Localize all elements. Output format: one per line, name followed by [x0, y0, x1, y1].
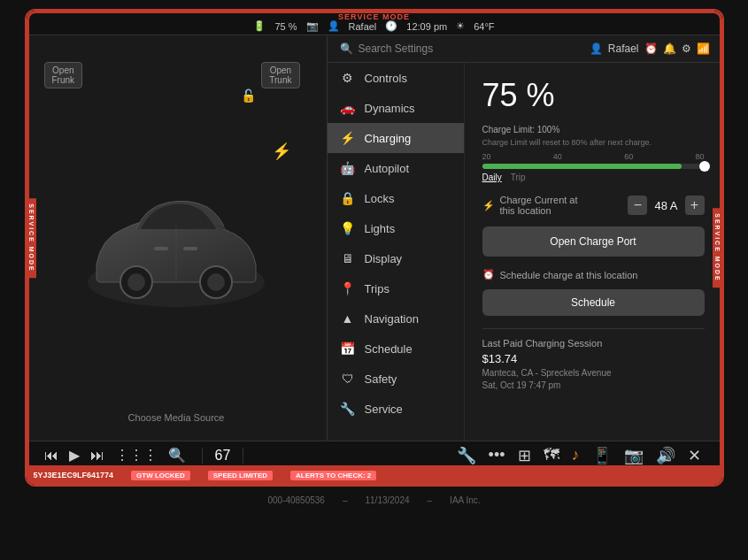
user-name-status: Rafael	[349, 21, 377, 32]
bottom-branding: 000-40850536 – 11/13/2024 – IAA Inc.	[0, 487, 748, 513]
nav-item-schedule[interactable]: 📅 Schedule	[328, 334, 464, 364]
nav-menu: ⚙ Controls 🚗 Dynamics ⚡ Charging 🤖	[328, 63, 465, 441]
grid-icon[interactable]: ⊞	[518, 446, 531, 465]
progress-label-40: 40	[553, 152, 562, 161]
nav-item-charging[interactable]: ⚡ Charging	[328, 123, 464, 153]
volume-icon[interactable]: 🔊	[656, 446, 675, 465]
nav-autopilot-label: Autopilot	[365, 162, 410, 175]
charging-nav-icon: ⚡	[340, 131, 356, 145]
nav-item-lights[interactable]: 💡 Lights	[328, 213, 464, 243]
schedule-row: ⏰ Schedule charge at this location	[482, 269, 705, 280]
play-button[interactable]: ▶	[69, 447, 80, 464]
dots-icon[interactable]: •••	[489, 446, 505, 464]
speed-limited-badge: SPEED LIMITED	[208, 471, 273, 480]
nav-item-locks[interactable]: 🔒 Locks	[328, 183, 464, 213]
charge-current-row: ⚡ Charge Current at this location − 48 A…	[482, 195, 705, 216]
car-panel-inner: OpenFrunk OpenTrunk 🔓 ⚡	[27, 35, 327, 441]
service-mode-left: SERVICE MODE	[27, 198, 36, 278]
progress-track[interactable]	[482, 164, 705, 169]
plus-icon: +	[690, 197, 698, 213]
branding-separator2: –	[428, 495, 433, 505]
sun-icon: ☀	[456, 20, 465, 32]
media-source-label[interactable]: Choose Media Source	[128, 412, 225, 423]
charge-current-right: − 48 A +	[628, 196, 704, 215]
screen: SERVICE MODE 🔋 75 % 📷 👤 Rafael 🕐 12:09 p…	[25, 9, 724, 487]
settings-icon[interactable]: ⚙	[682, 42, 691, 55]
close-icon[interactable]: ✕	[688, 446, 701, 465]
prev-track-button[interactable]: ⏮	[44, 448, 58, 464]
lock-icon: 🔓	[241, 88, 256, 103]
dynamics-icon: 🚗	[340, 101, 356, 115]
charge-current-icon: ⚡	[482, 200, 495, 211]
nav-trips-label: Trips	[365, 282, 389, 295]
gtw-locked-badge: GTW LOCKED	[131, 471, 190, 480]
nav-item-autopilot[interactable]: 🤖 Autopilot	[328, 153, 464, 183]
charge-current-left: ⚡ Charge Current at this location	[482, 195, 578, 216]
service-mode-right: SERVICE MODE	[713, 208, 722, 288]
progress-handle[interactable]	[699, 161, 710, 172]
daily-tab[interactable]: Daily	[482, 173, 502, 182]
increase-amperage-button[interactable]: +	[685, 196, 705, 215]
last-paid-date: Sat, Oct 19 7:47 pm	[482, 380, 561, 390]
charge-limit-label: Charge Limit: 100%	[482, 125, 705, 134]
outer-frame: SERVICE MODE 🔋 75 % 📷 👤 Rafael 🕐 12:09 p…	[0, 0, 748, 560]
nav-item-navigation[interactable]: ▲ Navigation	[328, 303, 464, 334]
service-icon: 🔧	[340, 402, 356, 416]
search-media-button[interactable]: 🔍	[168, 447, 186, 464]
nav-service-label: Service	[365, 403, 403, 416]
svg-rect-6	[154, 247, 168, 250]
right-panel: 🔍 Search Settings 👤 Rafael ⏰ 🔔 ⚙ 📶	[328, 35, 722, 441]
user-profile-icon: 👤	[590, 42, 603, 55]
open-charge-port-button[interactable]: Open Charge Port	[482, 226, 705, 257]
nav-item-display[interactable]: 🖥 Display	[328, 243, 464, 273]
decrease-amperage-button[interactable]: −	[628, 196, 647, 215]
charge-percentage: 75 %	[482, 77, 705, 114]
branding-separator: –	[343, 495, 348, 505]
menu-button[interactable]: ⋮⋮⋮	[115, 447, 158, 464]
open-trunk-button[interactable]: OpenTrunk	[261, 62, 299, 88]
nav-item-safety[interactable]: 🛡 Safety	[328, 364, 464, 394]
svg-point-2	[127, 273, 145, 291]
clock-icon: 🕐	[385, 20, 397, 32]
nav-locks-label: Locks	[365, 192, 395, 205]
locks-icon: 🔒	[340, 191, 356, 205]
progress-label-20: 20	[482, 152, 491, 161]
schedule-button[interactable]: Schedule	[482, 289, 705, 316]
user-area: 👤 Rafael ⏰ 🔔 ⚙ 📶	[590, 42, 710, 55]
vin-number: 5YJ3E1EC9LF641774	[34, 471, 114, 479]
bell-icon: 🔔	[663, 42, 676, 55]
map-icon[interactable]: 🗺	[544, 446, 559, 464]
music-icon[interactable]: ♪	[572, 446, 580, 464]
daily-trip-tabs: Daily Trip	[482, 173, 705, 182]
signal-icon: 📶	[697, 42, 710, 55]
nav-item-service[interactable]: 🔧 Service	[328, 394, 464, 424]
controls-icon: ⚙	[340, 71, 356, 85]
lights-icon: 💡	[340, 221, 356, 235]
time-display: 12:09 pm	[406, 21, 447, 32]
charge-progress-container: 20 40 60 80	[482, 152, 705, 169]
vin-strip: 5YJ3E1EC9LF641774 GTW LOCKED SPEED LIMIT…	[27, 465, 722, 485]
last-paid-section: Last Paid Charging Session $13.74 Mantec…	[482, 328, 705, 392]
svg-point-4	[207, 273, 225, 291]
status-center: 🔋 75 % 📷 👤 Rafael 🕐 12:09 pm ☀ 64°F	[253, 20, 494, 32]
nav-item-trips[interactable]: 📍 Trips	[328, 273, 464, 303]
display-icon: 🖥	[340, 251, 356, 265]
search-input-area[interactable]: 🔍 Search Settings	[340, 42, 434, 55]
charge-current-label: Charge Current at this location	[500, 195, 578, 216]
nav-item-controls[interactable]: ⚙ Controls	[328, 63, 464, 93]
next-track-button[interactable]: ⏭	[90, 448, 104, 464]
media-controls: ⏮ ▶ ⏭ ⋮⋮⋮ 🔍	[35, 447, 195, 464]
charge-limit-sub: Charge Limit will reset to 80% after nex…	[482, 138, 705, 147]
last-paid-location-text: Manteca, CA - Spreckels Avenue	[482, 368, 612, 378]
nav-safety-label: Safety	[365, 372, 397, 386]
last-paid-amount: $13.74	[482, 352, 705, 365]
car-panel: SERVICE MODE OpenFrunk OpenTrunk 🔓 ⚡	[27, 35, 328, 441]
charging-bolt-icon: ⚡	[272, 142, 291, 161]
nav-item-dynamics[interactable]: 🚗 Dynamics	[328, 93, 464, 123]
trip-tab[interactable]: Trip	[511, 173, 526, 182]
phone-icon[interactable]: 📱	[592, 446, 612, 465]
open-frunk-button[interactable]: OpenFrunk	[44, 62, 83, 88]
last-paid-title: Last Paid Charging Session	[482, 338, 705, 349]
camera-bottom-icon[interactable]: 📷	[624, 446, 644, 465]
progress-labels: 20 40 60 80	[482, 152, 705, 161]
